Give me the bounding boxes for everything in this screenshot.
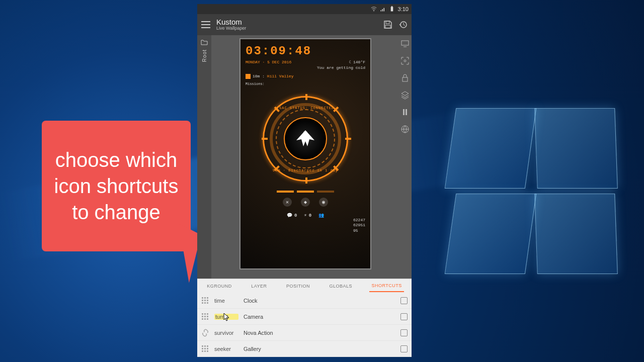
layers-icon[interactable] [400,90,410,100]
preview-skill-row: ✕◆◉ [246,198,365,207]
annotation-callout: choose which icon shortcuts to change [42,121,191,251]
app-toolbar: Kustom Live Wallpaper [197,14,412,35]
svg-rect-27 [390,7,393,12]
svg-point-34 [404,60,406,62]
svg-rect-62 [207,348,208,349]
android-statusbar: 3:10 [197,4,412,14]
editor-canvas: Root 03:09:48 MONDAY · 5 DEC 2016 ☾140°F… [197,35,412,279]
emulator-window: 3:10 Kustom Live Wallpaper Root 03:09:48 [197,4,412,357]
svg-rect-65 [207,350,208,352]
svg-rect-51 [202,316,203,317]
missions-label: Missions: [246,82,365,86]
svg-rect-45 [202,302,203,304]
preview-location: 10m : Hill Valley [246,74,365,79]
wallpaper-preview[interactable]: 03:09:48 MONDAY · 5 DEC 2016 ☾140°F You … [239,38,371,269]
globe-icon[interactable] [400,125,410,134]
svg-rect-35 [403,77,408,81]
preview-stats: 62247 62951 95 [353,218,365,233]
svg-rect-56 [207,318,208,320]
preview-weather: ☾140°F [349,60,365,64]
monitor-icon[interactable] [400,39,410,48]
shortcuts-list: time Clock turret Camera survivor Nova A… [197,293,412,357]
tab-background[interactable]: KGROUND [205,281,234,292]
svg-rect-39 [202,297,203,299]
callout-text: choose which icon shortcuts to change [51,147,182,225]
folder-icon [201,39,208,45]
circular-badge: ISAC STATUS: CONNECTED 95% · Discharged … [263,96,348,182]
shortcut-row-survivor[interactable]: survivor Nova Action [197,325,412,341]
svg-rect-60 [202,348,203,349]
tab-shortcuts[interactable]: SHORTCUTS [369,280,404,292]
tab-position[interactable]: POSITION [284,281,312,292]
root-tab[interactable]: Root [197,35,211,279]
svg-rect-36 [403,109,405,115]
svg-rect-37 [406,109,407,115]
svg-rect-50 [207,313,208,315]
canvas-tool-column [400,39,410,134]
tab-globals[interactable]: GLOBALS [327,281,354,292]
preview-bars [246,191,365,193]
svg-rect-58 [204,345,206,347]
svg-rect-61 [204,348,206,349]
svg-rect-28 [391,6,392,7]
save-icon[interactable] [383,20,392,29]
pause-icon[interactable] [400,108,410,117]
grid-icon [201,345,209,353]
preview-weather-msg: You are getting cold [317,65,365,70]
svg-rect-41 [207,297,208,299]
preview-clock: 03:09:48 [246,44,365,58]
focus-icon[interactable] [400,56,410,65]
mouse-cursor [223,313,230,322]
checkbox[interactable] [400,345,408,352]
svg-point-32 [303,131,307,135]
svg-rect-53 [207,316,208,317]
status-time: 3:10 [398,6,409,12]
svg-rect-57 [202,345,203,347]
svg-rect-55 [204,318,206,320]
checkbox[interactable] [400,297,408,304]
shortcut-row-time[interactable]: time Clock [197,293,412,309]
grid-icon [201,297,209,305]
link-icon [201,329,209,337]
svg-rect-54 [202,318,203,320]
menu-icon[interactable] [201,21,210,28]
eagle-icon [290,126,320,151]
checkbox[interactable] [400,313,408,320]
lock-icon[interactable] [400,73,410,82]
editor-tabbar: KGROUND LAYER POSITION GLOBALS SHORTCUTS [197,279,412,293]
preview-bottom-row: 💬 0 ☀ 0 👥 [246,213,365,218]
preview-date: MONDAY · 5 DEC 2016 [246,60,291,64]
svg-rect-42 [202,300,203,301]
svg-rect-63 [202,350,203,352]
svg-rect-43 [204,300,206,301]
tab-layer[interactable]: LAYER [249,281,269,292]
svg-rect-59 [207,345,208,347]
wifi-icon [371,6,377,12]
svg-rect-48 [202,313,203,315]
grid-icon [201,313,209,321]
svg-rect-46 [204,302,206,304]
svg-rect-49 [204,313,206,315]
svg-rect-33 [401,41,409,45]
signal-icon [380,6,386,12]
history-icon[interactable] [398,20,408,29]
checkbox[interactable] [400,329,408,336]
app-subtitle: Live Wallpaper [216,26,377,31]
svg-rect-52 [204,316,206,317]
svg-rect-40 [204,297,206,299]
shortcut-row-seeker[interactable]: seeker Gallery [197,341,412,357]
svg-rect-47 [207,302,208,304]
svg-point-26 [373,11,374,12]
battery-icon [389,6,395,12]
windows-logo [450,108,616,279]
app-title: Kustom [216,18,377,27]
svg-rect-44 [207,300,208,301]
svg-rect-30 [385,25,390,28]
svg-rect-64 [204,350,206,352]
